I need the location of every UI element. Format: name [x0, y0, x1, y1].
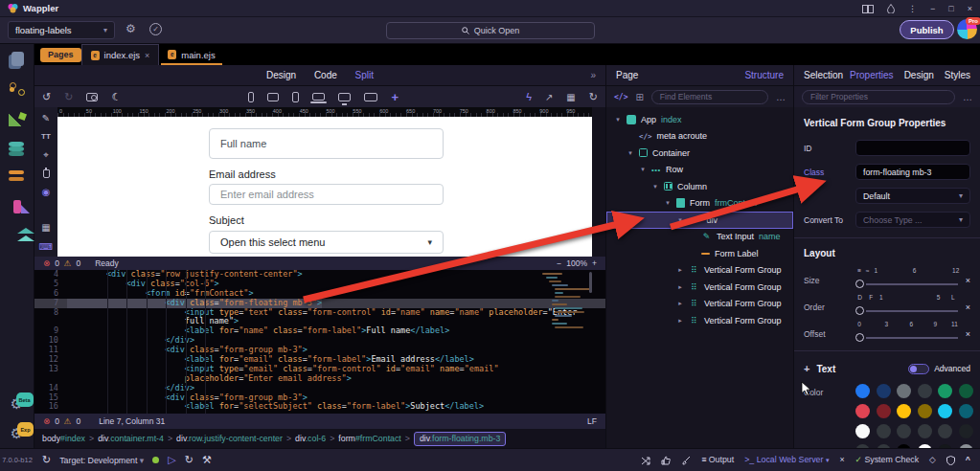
play-icon[interactable]: ▷: [168, 454, 175, 466]
color-swatch[interactable]: [855, 424, 870, 438]
edit-icon[interactable]: ✎: [42, 113, 50, 123]
tab-styles[interactable]: Styles: [945, 70, 970, 80]
tree-expander-icon[interactable]: ▾: [651, 183, 659, 191]
tree-expander-icon[interactable]: ▸: [676, 317, 684, 325]
color-swatch[interactable]: [918, 424, 932, 438]
design-assets-icon[interactable]: [13, 200, 21, 213]
grid-view-icon[interactable]: ▦: [41, 222, 50, 233]
tree-expander-icon[interactable]: ▾: [627, 149, 634, 157]
undo-icon[interactable]: ↺: [42, 91, 51, 103]
tab-split[interactable]: Split: [355, 70, 374, 80]
project-selector[interactable]: floating-labels ▾: [8, 21, 115, 39]
color-swatch[interactable]: [938, 404, 952, 418]
eol-indicator[interactable]: LF: [587, 416, 597, 426]
color-swatch[interactable]: [877, 384, 891, 398]
quick-open-button[interactable]: Quick Open: [386, 22, 595, 39]
typography-icon[interactable]: TT: [41, 132, 51, 141]
tab-structure[interactable]: Structure: [744, 70, 784, 80]
clear-slider-icon[interactable]: ×: [966, 294, 970, 312]
project-settings-icon[interactable]: ⚙: [125, 22, 136, 35]
brush-icon[interactable]: [681, 455, 691, 465]
tree-expander-icon[interactable]: ▾: [639, 166, 647, 173]
convert-to-select[interactable]: Choose Type ... ▾: [855, 212, 970, 228]
sitemap-icon[interactable]: ⊞: [635, 92, 643, 102]
slider-knob[interactable]: [855, 306, 864, 315]
color-swatch[interactable]: [897, 384, 911, 398]
structure-menu-icon[interactable]: …: [776, 92, 786, 102]
tree-item-column[interactable]: ▾Column: [606, 178, 793, 195]
clear-slider-icon[interactable]: ×: [966, 267, 970, 285]
inspect-target-icon[interactable]: ⌖: [43, 149, 49, 161]
tree-expander-icon[interactable]: ▾: [676, 216, 684, 224]
color-swatch[interactable]: [855, 384, 870, 398]
clear-icon[interactable]: ◇: [929, 455, 936, 464]
id-input[interactable]: [855, 140, 970, 156]
color-swatch[interactable]: [877, 404, 891, 418]
breadcrumb-item[interactable]: div.container.mt-4: [98, 434, 164, 443]
breadcrumb-item[interactable]: div.form-floating.mb-3: [414, 432, 506, 446]
color-swatch[interactable]: [938, 384, 952, 398]
tree-expander-icon[interactable]: ▾: [614, 116, 622, 123]
close-output-icon[interactable]: ×: [839, 455, 844, 464]
code-view-icon[interactable]: </>: [614, 93, 627, 101]
device-tablet-icon[interactable]: [267, 93, 279, 101]
subject-select[interactable]: Open this select menu ▾: [209, 231, 444, 254]
tree-item-app[interactable]: ▾Appindex: [606, 111, 793, 128]
class-input[interactable]: form-floating mb-3: [855, 164, 970, 180]
zoom-in-button[interactable]: +: [592, 258, 597, 268]
device-phone-icon[interactable]: [248, 92, 254, 102]
zoom-out-button[interactable]: −: [557, 258, 561, 268]
screenshot-icon[interactable]: [86, 93, 98, 101]
open-browser-icon[interactable]: ↗: [545, 92, 553, 102]
device-desktop-icon[interactable]: [338, 93, 351, 101]
color-swatch[interactable]: [918, 384, 932, 398]
window-menu-icon[interactable]: ⋮: [908, 4, 917, 13]
output-toggle[interactable]: ≡ Output: [701, 455, 734, 464]
color-swatch[interactable]: [959, 384, 973, 398]
tree-expander-icon[interactable]: ▸: [676, 300, 684, 307]
actions-lightning-icon[interactable]: ϟ: [526, 91, 532, 102]
color-swatch[interactable]: [918, 404, 932, 418]
design-canvas[interactable]: Full name Email address Enter email addr…: [57, 117, 592, 257]
size-slider[interactable]: ≡≈1612: [855, 267, 960, 292]
pages-button[interactable]: Pages: [40, 48, 81, 62]
color-swatch[interactable]: [959, 424, 973, 438]
fullname-floating-input[interactable]: Full name: [209, 128, 444, 159]
publish-button[interactable]: Publish: [900, 20, 954, 39]
order-slider[interactable]: DF15L: [855, 294, 960, 319]
deploy-icon[interactable]: [641, 455, 650, 464]
device-monitor-icon[interactable]: [364, 93, 377, 101]
pages-panel-icon[interactable]: [9, 52, 26, 67]
tab-index-ejs[interactable]: e index.ejs ×: [81, 44, 160, 65]
tab-code[interactable]: Code: [314, 70, 337, 80]
restart-icon[interactable]: ↻: [185, 454, 194, 466]
system-check-button[interactable]: ✓ System Check: [855, 455, 920, 464]
color-swatch[interactable]: [855, 404, 870, 418]
color-swatch[interactable]: [959, 404, 973, 418]
theme-droplet-icon[interactable]: [887, 3, 895, 13]
paint-icon[interactable]: [43, 169, 50, 178]
thumbs-up-icon[interactable]: [661, 455, 671, 465]
refresh-icon[interactable]: ↻: [589, 91, 598, 103]
advanced-toggle[interactable]: [908, 364, 929, 374]
breadcrumb-item[interactable]: div.row.justify-content-center: [176, 434, 283, 443]
minimize-button[interactable]: −: [930, 4, 935, 13]
responsive-resize-icon[interactable]: +: [391, 90, 399, 104]
git-icon[interactable]: [9, 81, 26, 97]
breadcrumb-item[interactable]: div.col-6: [295, 434, 326, 443]
workflows-icon[interactable]: [9, 111, 26, 126]
tree-expander-icon[interactable]: ▾: [664, 199, 672, 207]
tab-design-props[interactable]: Design: [904, 70, 934, 80]
properties-menu-icon[interactable]: …: [963, 92, 972, 102]
device-laptop-icon[interactable]: [312, 93, 325, 101]
tree-item-container[interactable]: ▾Container: [606, 145, 793, 162]
local-web-server-selector[interactable]: >_ Local Web Server ▾: [744, 455, 829, 464]
layout-toggle-icon[interactable]: [862, 3, 874, 12]
tab-main-ejs[interactable]: e main.ejs: [159, 44, 223, 65]
close-tab-icon[interactable]: ×: [145, 51, 149, 60]
tree-item-row[interactable]: ▾•••Row: [606, 162, 793, 179]
color-swatch[interactable]: [877, 424, 891, 438]
target-selector[interactable]: Target: Development ▾: [59, 456, 144, 465]
tree-item-form[interactable]: ▾FormfrmContact: [606, 195, 793, 213]
color-swatch[interactable]: [897, 424, 911, 438]
